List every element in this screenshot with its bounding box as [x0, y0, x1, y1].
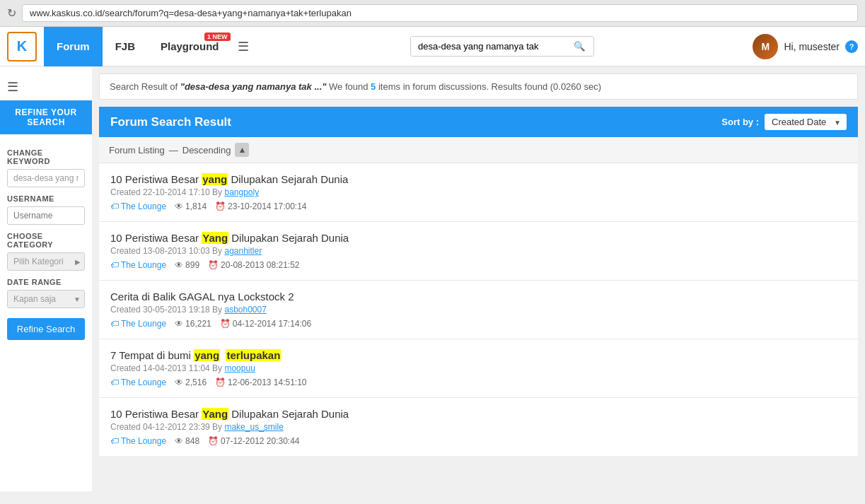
- url-bar[interactable]: www.kaskus.co.id/search/forum?q=desa-des…: [22, 4, 858, 22]
- views-stat: 👁 1,814: [175, 201, 207, 211]
- views-stat: 👁 899: [175, 260, 199, 270]
- lastpost-stat: ⏰ 23-10-2014 17:00:14: [215, 201, 306, 211]
- listing-order: Descending: [182, 145, 231, 156]
- date-range-select[interactable]: Kapan saja: [7, 290, 85, 308]
- category-select-wrapper: Pilih Kategori ▶: [7, 252, 85, 271]
- lastpost-stat: ⏰ 04-12-2014 17:14:06: [220, 319, 311, 329]
- username-label: USERNAME: [7, 194, 85, 203]
- search-info-bar: Search Result of "desa-desa yang namanya…: [99, 74, 858, 100]
- results-list: 10 Peristiwa Besar yang Dilupakan Sejara…: [99, 163, 858, 456]
- sort-label: Sort by :: [721, 117, 759, 127]
- category-link[interactable]: 🏷 The Lounge: [110, 260, 166, 270]
- views-stat: 👁 16,221: [175, 319, 211, 329]
- result-tags: 🏷 The Lounge 👁 848 ⏰ 07-12-2012 20:30:44: [110, 436, 847, 446]
- result-title: 10 Peristiwa Besar Yang Dilupakan Sejara…: [110, 232, 847, 244]
- date-range-wrapper: Kapan saja ▼: [7, 290, 85, 308]
- result-title: 10 Peristiwa Besar Yang Dilupakan Sejara…: [110, 408, 847, 420]
- eye-icon: 👁: [175, 377, 183, 387]
- help-icon[interactable]: ?: [845, 40, 858, 53]
- main-container: ☰ REFINE YOUR SEARCH CHANGE KEYWORD USER…: [0, 66, 865, 491]
- tag-icon: 🏷: [110, 319, 119, 329]
- result-tags: 🏷 The Lounge 👁 2,516 ⏰ 12-06-2013 14:51:…: [110, 377, 847, 387]
- clock-icon: ⏰: [208, 436, 219, 446]
- result-title: 7 Tempat di bumi yang terlupakan: [110, 349, 847, 361]
- highlight-keyword: Yang: [202, 232, 228, 244]
- highlight-keyword: yang: [202, 173, 228, 185]
- listing-separator: —: [169, 145, 178, 156]
- author-link[interactable]: moopuu: [224, 363, 255, 373]
- category-link[interactable]: 🏷 The Lounge: [110, 201, 166, 211]
- top-nav: K Forum FJB Playground 1 NEW ☰ 🔍 M Hi, m…: [0, 27, 865, 66]
- keyword-input[interactable]: [7, 169, 85, 187]
- choose-category-label: CHOOSE CATEGORY: [7, 232, 85, 249]
- result-meta: Created 04-12-2012 23:39 By make_us_smil…: [110, 422, 847, 432]
- refresh-icon[interactable]: ↻: [7, 6, 16, 20]
- result-tags: 🏷 The Lounge 👁 899 ⏰ 20-08-2013 08:21:52: [110, 260, 847, 270]
- clock-icon: ⏰: [215, 201, 226, 211]
- nav-right: M Hi, musester ?: [753, 34, 858, 59]
- sort-control: Sort by : Created Date: [721, 114, 847, 130]
- change-keyword-label: CHANGE KEYWORD: [7, 148, 85, 165]
- sort-select-wrapper: Created Date: [765, 114, 847, 130]
- category-select[interactable]: Pilih Kategori: [7, 252, 85, 271]
- result-meta: Created 14-04-2013 11:04 By moopuu: [110, 363, 847, 373]
- refine-search-tab[interactable]: REFINE YOUR SEARCH: [0, 100, 92, 134]
- eye-icon: 👁: [175, 319, 183, 329]
- highlight-keyword: Yang: [202, 408, 228, 420]
- highlight-keyword: yang: [194, 349, 220, 361]
- result-meta: Created 22-10-2014 17:10 By bangpoly: [110, 187, 847, 197]
- tag-icon: 🏷: [110, 377, 119, 387]
- clock-icon: ⏰: [215, 377, 226, 387]
- refine-panel: CHANGE KEYWORD USERNAME CHOOSE CATEGORY …: [0, 134, 92, 347]
- lastpost-stat: ⏰ 20-08-2013 08:21:52: [208, 260, 299, 270]
- result-title: 10 Peristiwa Besar yang Dilupakan Sejara…: [110, 173, 847, 185]
- hamburger-icon[interactable]: ☰: [238, 39, 252, 54]
- username-input[interactable]: [7, 206, 85, 225]
- refine-button[interactable]: Refine Search: [7, 318, 85, 340]
- author-link[interactable]: asboh0007: [224, 305, 266, 315]
- tag-icon: 🏷: [110, 201, 119, 211]
- table-row: Cerita di Balik GAGAL nya Lockstock 2 Cr…: [99, 281, 858, 339]
- tag-icon: 🏷: [110, 260, 119, 270]
- author-link[interactable]: make_us_smile: [224, 422, 283, 432]
- lastpost-stat: ⏰ 12-06-2013 14:51:10: [215, 377, 306, 387]
- search-input[interactable]: [411, 37, 567, 56]
- results-title: Forum Search Result: [110, 115, 231, 129]
- eye-icon: 👁: [175, 436, 183, 446]
- nav-forum[interactable]: Forum: [44, 27, 103, 66]
- table-row: 10 Peristiwa Besar Yang Dilupakan Sejara…: [99, 222, 858, 281]
- eye-icon: 👁: [175, 260, 183, 270]
- sort-select[interactable]: Created Date: [765, 114, 847, 130]
- user-greeting: Hi, musester: [784, 41, 840, 52]
- logo[interactable]: K: [7, 32, 37, 61]
- category-link[interactable]: 🏷 The Lounge: [110, 436, 166, 446]
- lastpost-stat: ⏰ 07-12-2012 20:30:44: [208, 436, 299, 446]
- clock-icon: ⏰: [220, 319, 231, 329]
- nav-fjb[interactable]: FJB: [103, 27, 148, 66]
- sidebar-menu-icon[interactable]: ☰: [7, 79, 18, 95]
- author-link[interactable]: aganhitler: [224, 246, 262, 256]
- sort-direction-icon[interactable]: ▲: [235, 143, 249, 157]
- search-box: 🔍: [410, 36, 594, 57]
- search-button[interactable]: 🔍: [567, 37, 593, 56]
- results-area: Search Result of "desa-desa yang namanya…: [92, 66, 865, 491]
- eye-icon: 👁: [175, 201, 183, 211]
- clock-icon: ⏰: [208, 260, 219, 270]
- author-link[interactable]: bangpoly: [224, 187, 259, 197]
- category-link[interactable]: 🏷 The Lounge: [110, 377, 166, 387]
- table-row: 10 Peristiwa Besar yang Dilupakan Sejara…: [99, 163, 858, 222]
- avatar: M: [753, 34, 778, 59]
- nav-playground[interactable]: Playground 1 NEW: [148, 27, 232, 66]
- forum-listing-bar: Forum Listing — Descending ▲: [99, 137, 858, 163]
- views-stat: 👁 848: [175, 436, 199, 446]
- browser-bar: ↻ www.kaskus.co.id/search/forum?q=desa-d…: [0, 0, 865, 27]
- playground-badge: 1 NEW: [204, 33, 231, 41]
- result-tags: 🏷 The Lounge 👁 1,814 ⏰ 23-10-2014 17:00:…: [110, 201, 847, 211]
- result-meta: Created 13-08-2013 10:03 By aganhitler: [110, 246, 847, 256]
- forum-listing-label: Forum Listing: [109, 145, 165, 156]
- category-link[interactable]: 🏷 The Lounge: [110, 319, 166, 329]
- date-range-label: DATE RANGE: [7, 278, 85, 286]
- sidebar: ☰ REFINE YOUR SEARCH CHANGE KEYWORD USER…: [0, 66, 92, 491]
- result-meta: Created 30-05-2013 19:18 By asboh0007: [110, 305, 847, 315]
- highlight-keyword2: terlupakan: [226, 349, 281, 361]
